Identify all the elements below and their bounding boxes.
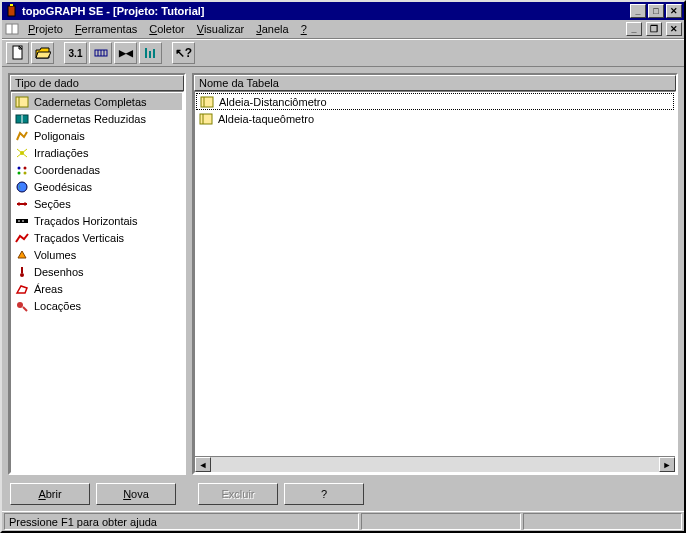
section-icon bbox=[14, 197, 30, 211]
table-list[interactable]: Aldeia-Distanciômetro Aldeia-taqueômetro… bbox=[194, 91, 676, 473]
help-button[interactable]: ? bbox=[284, 483, 364, 505]
datatype-label: Cadernetas Reduzidas bbox=[34, 113, 146, 125]
maximize-button[interactable]: □ bbox=[648, 4, 664, 18]
left-panel: Tipo de dado Cadernetas Completas Cadern… bbox=[8, 73, 186, 475]
volume-icon bbox=[14, 248, 30, 262]
svg-point-28 bbox=[17, 182, 27, 192]
svg-point-37 bbox=[20, 273, 24, 277]
app-icon bbox=[4, 3, 20, 19]
table-label: Aldeia-Distanciômetro bbox=[219, 96, 327, 108]
tool-button-1[interactable] bbox=[89, 42, 112, 64]
datatype-item[interactable]: Desenhos bbox=[12, 263, 182, 280]
datatype-item[interactable]: Seções bbox=[12, 195, 182, 212]
svg-line-20 bbox=[17, 149, 22, 153]
datatype-item[interactable]: Cadernetas Reduzidas bbox=[12, 110, 182, 127]
datatype-item[interactable]: Coordenadas bbox=[12, 161, 182, 178]
coords-icon bbox=[14, 163, 30, 177]
tool-button-2[interactable]: ▶◀ bbox=[114, 42, 137, 64]
main-window: topoGRAPH SE - [Projeto: Tutorial] _ □ ✕… bbox=[0, 0, 686, 533]
datatype-item[interactable]: Cadernetas Completas bbox=[12, 93, 182, 110]
datatype-label: Traçados Verticais bbox=[34, 232, 124, 244]
mdi-close-button[interactable]: ✕ bbox=[666, 22, 682, 36]
scroll-left-button[interactable]: ◄ bbox=[195, 457, 211, 472]
trace-v-icon bbox=[14, 231, 30, 245]
datatype-label: Irradiações bbox=[34, 147, 88, 159]
drawing-icon bbox=[14, 265, 30, 279]
svg-line-21 bbox=[22, 149, 27, 153]
datatype-label: Seções bbox=[34, 198, 71, 210]
table-label: Aldeia-taqueômetro bbox=[218, 113, 314, 125]
svg-marker-35 bbox=[18, 251, 26, 258]
area-icon bbox=[14, 282, 30, 296]
scroll-right-button[interactable]: ► bbox=[659, 457, 675, 472]
datatype-item[interactable]: Áreas bbox=[12, 280, 182, 297]
right-panel-header: Nome da Tabela bbox=[194, 75, 676, 91]
datatype-item[interactable]: Poligonais bbox=[12, 127, 182, 144]
table-item[interactable]: Aldeia-taqueômetro bbox=[196, 110, 674, 127]
svg-marker-38 bbox=[17, 286, 27, 293]
table-item[interactable]: Aldeia-Distanciômetro bbox=[196, 93, 674, 110]
svg-point-24 bbox=[18, 166, 21, 169]
close-button[interactable]: ✕ bbox=[666, 4, 682, 18]
mdi-restore-button[interactable]: ❐ bbox=[646, 22, 662, 36]
datatype-label: Geodésicas bbox=[34, 181, 92, 193]
datatype-item[interactable]: Geodésicas bbox=[12, 178, 182, 195]
menu-ferramentas[interactable]: Ferramentas bbox=[69, 21, 143, 37]
nova-button[interactable]: Nova bbox=[96, 483, 176, 505]
datatype-label: Volumes bbox=[34, 249, 76, 261]
datatype-item[interactable]: Irradiações bbox=[12, 144, 182, 161]
window-controls: _ □ ✕ bbox=[628, 4, 682, 18]
button-row: Abrir Nova Excluir ? bbox=[2, 477, 684, 511]
content-area: Tipo de dado Cadernetas Completas Cadern… bbox=[2, 67, 684, 477]
right-panel: Nome da Tabela Aldeia-Distanciômetro Ald… bbox=[192, 73, 678, 475]
abrir-button[interactable]: Abrir bbox=[10, 483, 90, 505]
datatype-item[interactable]: Traçados Verticais bbox=[12, 229, 182, 246]
status-hint: Pressione F1 para obter ajuda bbox=[4, 513, 359, 530]
horizontal-scrollbar[interactable]: ◄ ► bbox=[195, 456, 675, 472]
datatype-item[interactable]: Traçados Horizontais bbox=[12, 212, 182, 229]
open-file-button[interactable] bbox=[31, 42, 54, 64]
trace-h-icon bbox=[14, 214, 30, 228]
menu-visualizar[interactable]: Visualizar bbox=[191, 21, 251, 37]
minimize-button[interactable]: _ bbox=[630, 4, 646, 18]
svg-line-23 bbox=[22, 153, 27, 157]
datatype-label: Coordenadas bbox=[34, 164, 100, 176]
svg-rect-42 bbox=[200, 114, 212, 124]
datatype-item[interactable]: Locações bbox=[12, 297, 182, 314]
version-button[interactable]: 3.1 bbox=[64, 42, 87, 64]
datatype-label: Cadernetas Completas bbox=[34, 96, 147, 108]
status-cell-3 bbox=[523, 513, 682, 530]
tool-button-3[interactable] bbox=[139, 42, 162, 64]
titlebar: topoGRAPH SE - [Projeto: Tutorial] _ □ ✕ bbox=[2, 2, 684, 20]
menu-projeto[interactable]: Projeto bbox=[22, 21, 69, 37]
menu-janela[interactable]: Janela bbox=[250, 21, 294, 37]
datatype-list[interactable]: Cadernetas Completas Cadernetas Reduzida… bbox=[10, 91, 184, 473]
menu-help[interactable]: ? bbox=[295, 21, 313, 37]
radiation-icon bbox=[14, 146, 30, 160]
datatype-item[interactable]: Volumes bbox=[12, 246, 182, 263]
notebook-icon bbox=[199, 95, 215, 109]
polygon-icon bbox=[14, 129, 30, 143]
new-file-button[interactable] bbox=[6, 42, 29, 64]
context-help-button[interactable]: ↖? bbox=[172, 42, 195, 64]
svg-marker-7 bbox=[36, 52, 51, 58]
datatype-label: Desenhos bbox=[34, 266, 84, 278]
menu-coletor[interactable]: Coletor bbox=[143, 21, 190, 37]
book-icon bbox=[4, 21, 20, 37]
datatype-label: Áreas bbox=[34, 283, 63, 295]
svg-rect-15 bbox=[16, 97, 28, 107]
svg-rect-0 bbox=[8, 6, 15, 16]
notebook-icon bbox=[198, 112, 214, 126]
svg-point-39 bbox=[17, 302, 23, 308]
mdi-controls: _ ❐ ✕ bbox=[624, 22, 682, 36]
menubar: Projeto Ferramentas Coletor Visualizar J… bbox=[2, 20, 684, 39]
location-icon bbox=[14, 299, 30, 313]
window-title: topoGRAPH SE - [Projeto: Tutorial] bbox=[20, 5, 628, 17]
svg-rect-40 bbox=[201, 97, 213, 107]
notebook-icon bbox=[14, 95, 30, 109]
globe-icon bbox=[14, 180, 30, 194]
mdi-minimize-button[interactable]: _ bbox=[626, 22, 642, 36]
datatype-label: Traçados Horizontais bbox=[34, 215, 138, 227]
svg-line-22 bbox=[17, 153, 22, 157]
excluir-button[interactable]: Excluir bbox=[198, 483, 278, 505]
